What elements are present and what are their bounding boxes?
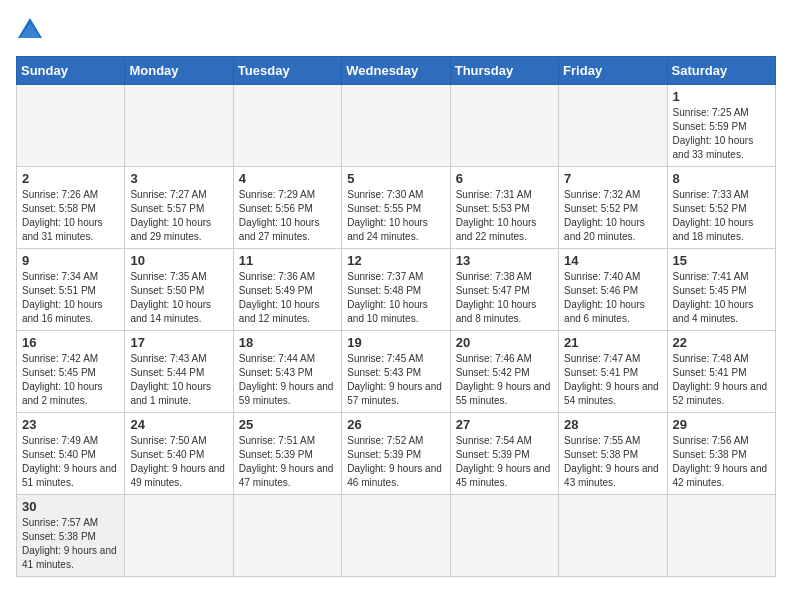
dow-header-tuesday: Tuesday xyxy=(233,57,341,85)
day-info: Sunrise: 7:25 AM Sunset: 5:59 PM Dayligh… xyxy=(673,106,770,162)
dow-header-wednesday: Wednesday xyxy=(342,57,450,85)
day-info: Sunrise: 7:41 AM Sunset: 5:45 PM Dayligh… xyxy=(673,270,770,326)
week-row-3: 9Sunrise: 7:34 AM Sunset: 5:51 PM Daylig… xyxy=(17,249,776,331)
calendar-cell xyxy=(450,495,558,577)
calendar-cell: 21Sunrise: 7:47 AM Sunset: 5:41 PM Dayli… xyxy=(559,331,667,413)
week-row-5: 23Sunrise: 7:49 AM Sunset: 5:40 PM Dayli… xyxy=(17,413,776,495)
calendar-cell: 5Sunrise: 7:30 AM Sunset: 5:55 PM Daylig… xyxy=(342,167,450,249)
calendar-body: 1Sunrise: 7:25 AM Sunset: 5:59 PM Daylig… xyxy=(17,85,776,577)
day-number: 22 xyxy=(673,335,770,350)
week-row-4: 16Sunrise: 7:42 AM Sunset: 5:45 PM Dayli… xyxy=(17,331,776,413)
calendar-cell: 10Sunrise: 7:35 AM Sunset: 5:50 PM Dayli… xyxy=(125,249,233,331)
calendar-cell: 22Sunrise: 7:48 AM Sunset: 5:41 PM Dayli… xyxy=(667,331,775,413)
calendar-cell: 30Sunrise: 7:57 AM Sunset: 5:38 PM Dayli… xyxy=(17,495,125,577)
calendar-cell: 8Sunrise: 7:33 AM Sunset: 5:52 PM Daylig… xyxy=(667,167,775,249)
day-info: Sunrise: 7:46 AM Sunset: 5:42 PM Dayligh… xyxy=(456,352,553,408)
day-info: Sunrise: 7:30 AM Sunset: 5:55 PM Dayligh… xyxy=(347,188,444,244)
day-number: 23 xyxy=(22,417,119,432)
day-number: 19 xyxy=(347,335,444,350)
calendar-cell xyxy=(559,85,667,167)
day-info: Sunrise: 7:36 AM Sunset: 5:49 PM Dayligh… xyxy=(239,270,336,326)
day-info: Sunrise: 7:27 AM Sunset: 5:57 PM Dayligh… xyxy=(130,188,227,244)
day-number: 25 xyxy=(239,417,336,432)
day-info: Sunrise: 7:34 AM Sunset: 5:51 PM Dayligh… xyxy=(22,270,119,326)
day-number: 16 xyxy=(22,335,119,350)
day-number: 30 xyxy=(22,499,119,514)
dow-header-friday: Friday xyxy=(559,57,667,85)
day-info: Sunrise: 7:54 AM Sunset: 5:39 PM Dayligh… xyxy=(456,434,553,490)
calendar-cell: 9Sunrise: 7:34 AM Sunset: 5:51 PM Daylig… xyxy=(17,249,125,331)
dow-header-monday: Monday xyxy=(125,57,233,85)
calendar-cell: 13Sunrise: 7:38 AM Sunset: 5:47 PM Dayli… xyxy=(450,249,558,331)
calendar-cell: 25Sunrise: 7:51 AM Sunset: 5:39 PM Dayli… xyxy=(233,413,341,495)
logo xyxy=(16,16,46,44)
day-info: Sunrise: 7:55 AM Sunset: 5:38 PM Dayligh… xyxy=(564,434,661,490)
calendar-cell: 18Sunrise: 7:44 AM Sunset: 5:43 PM Dayli… xyxy=(233,331,341,413)
day-info: Sunrise: 7:29 AM Sunset: 5:56 PM Dayligh… xyxy=(239,188,336,244)
calendar-cell: 11Sunrise: 7:36 AM Sunset: 5:49 PM Dayli… xyxy=(233,249,341,331)
day-number: 8 xyxy=(673,171,770,186)
day-info: Sunrise: 7:31 AM Sunset: 5:53 PM Dayligh… xyxy=(456,188,553,244)
day-number: 18 xyxy=(239,335,336,350)
day-number: 7 xyxy=(564,171,661,186)
calendar-cell: 23Sunrise: 7:49 AM Sunset: 5:40 PM Dayli… xyxy=(17,413,125,495)
calendar-cell: 24Sunrise: 7:50 AM Sunset: 5:40 PM Dayli… xyxy=(125,413,233,495)
day-number: 9 xyxy=(22,253,119,268)
day-number: 29 xyxy=(673,417,770,432)
day-info: Sunrise: 7:42 AM Sunset: 5:45 PM Dayligh… xyxy=(22,352,119,408)
day-number: 24 xyxy=(130,417,227,432)
day-info: Sunrise: 7:47 AM Sunset: 5:41 PM Dayligh… xyxy=(564,352,661,408)
calendar-cell: 19Sunrise: 7:45 AM Sunset: 5:43 PM Dayli… xyxy=(342,331,450,413)
calendar-cell xyxy=(233,495,341,577)
day-number: 21 xyxy=(564,335,661,350)
day-number: 6 xyxy=(456,171,553,186)
dow-header-thursday: Thursday xyxy=(450,57,558,85)
calendar-cell: 20Sunrise: 7:46 AM Sunset: 5:42 PM Dayli… xyxy=(450,331,558,413)
day-info: Sunrise: 7:43 AM Sunset: 5:44 PM Dayligh… xyxy=(130,352,227,408)
day-number: 2 xyxy=(22,171,119,186)
day-number: 1 xyxy=(673,89,770,104)
calendar-cell xyxy=(125,85,233,167)
day-number: 13 xyxy=(456,253,553,268)
day-number: 14 xyxy=(564,253,661,268)
day-info: Sunrise: 7:45 AM Sunset: 5:43 PM Dayligh… xyxy=(347,352,444,408)
day-info: Sunrise: 7:38 AM Sunset: 5:47 PM Dayligh… xyxy=(456,270,553,326)
calendar-cell xyxy=(667,495,775,577)
calendar-cell: 27Sunrise: 7:54 AM Sunset: 5:39 PM Dayli… xyxy=(450,413,558,495)
day-info: Sunrise: 7:32 AM Sunset: 5:52 PM Dayligh… xyxy=(564,188,661,244)
dow-header-sunday: Sunday xyxy=(17,57,125,85)
calendar-cell xyxy=(559,495,667,577)
day-info: Sunrise: 7:35 AM Sunset: 5:50 PM Dayligh… xyxy=(130,270,227,326)
calendar-cell: 3Sunrise: 7:27 AM Sunset: 5:57 PM Daylig… xyxy=(125,167,233,249)
calendar-cell xyxy=(342,495,450,577)
day-info: Sunrise: 7:48 AM Sunset: 5:41 PM Dayligh… xyxy=(673,352,770,408)
day-number: 15 xyxy=(673,253,770,268)
day-info: Sunrise: 7:26 AM Sunset: 5:58 PM Dayligh… xyxy=(22,188,119,244)
calendar-cell: 17Sunrise: 7:43 AM Sunset: 5:44 PM Dayli… xyxy=(125,331,233,413)
calendar-cell: 16Sunrise: 7:42 AM Sunset: 5:45 PM Dayli… xyxy=(17,331,125,413)
day-number: 20 xyxy=(456,335,553,350)
day-info: Sunrise: 7:49 AM Sunset: 5:40 PM Dayligh… xyxy=(22,434,119,490)
day-info: Sunrise: 7:57 AM Sunset: 5:38 PM Dayligh… xyxy=(22,516,119,572)
calendar-cell: 7Sunrise: 7:32 AM Sunset: 5:52 PM Daylig… xyxy=(559,167,667,249)
calendar-cell: 1Sunrise: 7:25 AM Sunset: 5:59 PM Daylig… xyxy=(667,85,775,167)
calendar-cell: 14Sunrise: 7:40 AM Sunset: 5:46 PM Dayli… xyxy=(559,249,667,331)
day-info: Sunrise: 7:51 AM Sunset: 5:39 PM Dayligh… xyxy=(239,434,336,490)
day-number: 17 xyxy=(130,335,227,350)
day-info: Sunrise: 7:50 AM Sunset: 5:40 PM Dayligh… xyxy=(130,434,227,490)
week-row-6: 30Sunrise: 7:57 AM Sunset: 5:38 PM Dayli… xyxy=(17,495,776,577)
day-number: 27 xyxy=(456,417,553,432)
logo-icon xyxy=(16,16,44,44)
calendar-cell: 2Sunrise: 7:26 AM Sunset: 5:58 PM Daylig… xyxy=(17,167,125,249)
header xyxy=(16,16,776,44)
day-number: 12 xyxy=(347,253,444,268)
day-info: Sunrise: 7:56 AM Sunset: 5:38 PM Dayligh… xyxy=(673,434,770,490)
week-row-2: 2Sunrise: 7:26 AM Sunset: 5:58 PM Daylig… xyxy=(17,167,776,249)
day-number: 26 xyxy=(347,417,444,432)
day-number: 4 xyxy=(239,171,336,186)
day-info: Sunrise: 7:33 AM Sunset: 5:52 PM Dayligh… xyxy=(673,188,770,244)
calendar-cell: 29Sunrise: 7:56 AM Sunset: 5:38 PM Dayli… xyxy=(667,413,775,495)
dow-header-saturday: Saturday xyxy=(667,57,775,85)
calendar-cell xyxy=(17,85,125,167)
day-number: 10 xyxy=(130,253,227,268)
